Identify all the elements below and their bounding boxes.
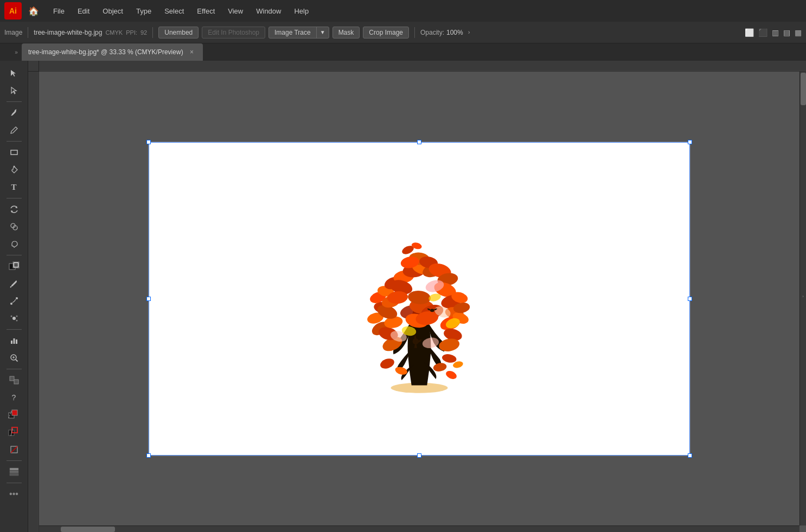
mask-button[interactable]: Mask [332, 27, 360, 39]
none-tool[interactable] [4, 441, 24, 458]
separator-1 [28, 27, 28, 38]
fill-color-tool[interactable] [4, 258, 24, 274]
menu-view[interactable]: View [222, 5, 248, 17]
handle-middle-right[interactable] [688, 297, 692, 301]
svg-line-33 [11, 446, 17, 453]
tab-close-button[interactable]: × [188, 48, 196, 56]
filename-label: tree-image-white-bg.jpg [34, 29, 102, 36]
tab-expand-button[interactable]: » [11, 43, 22, 61]
handle-bottom-center[interactable] [417, 453, 421, 458]
artboard-container [39, 72, 799, 525]
menu-edit[interactable]: Edit [72, 5, 95, 17]
tool-separator-1 [7, 101, 22, 102]
crop-image-button[interactable]: Crop Image [363, 27, 409, 39]
left-toolbar: T [0, 61, 28, 532]
selection-tool[interactable] [4, 65, 24, 81]
rectangle-tool[interactable] [4, 144, 24, 161]
app-logo: Ai [4, 2, 22, 20]
prop-icons-right: ⬜ ⬛ ▥ ▤ ▦ [745, 28, 802, 37]
fill-stroke-small[interactable] [4, 407, 24, 423]
eyedropper-tool[interactable] [4, 275, 24, 292]
collapse-panel-button[interactable]: › [799, 286, 806, 307]
tool-separator-2 [7, 141, 22, 142]
handle-top-center[interactable] [417, 140, 421, 144]
pencil-tool[interactable] [4, 122, 24, 138]
document-tab[interactable]: tree-image-white-bg.jpg* @ 33.33 % (CMYK… [22, 43, 203, 61]
direct-selection-tool[interactable] [4, 82, 24, 99]
svg-rect-27 [12, 410, 17, 415]
svg-point-93 [430, 309, 434, 312]
bottom-scrollbar[interactable] [39, 525, 799, 532]
handle-bottom-right[interactable] [688, 453, 692, 458]
svg-point-43 [445, 369, 458, 380]
question-tool[interactable]: ? [4, 389, 24, 406]
tool-separator-5 [7, 329, 22, 330]
svg-rect-1 [11, 150, 17, 155]
svg-point-42 [433, 362, 447, 372]
svg-point-40 [379, 356, 395, 370]
type-tool[interactable]: T [4, 179, 24, 195]
handle-bottom-left[interactable] [146, 453, 151, 458]
blend-tool[interactable] [4, 293, 24, 309]
svg-rect-36 [10, 473, 18, 476]
unembed-button[interactable]: Unembed [158, 27, 199, 39]
brush-tool[interactable] [4, 105, 24, 121]
ppi-value: 92 [140, 29, 147, 36]
pen-tool[interactable] [4, 162, 24, 178]
home-icon[interactable]: 🏠 [26, 3, 41, 18]
tool-separator-6 [7, 369, 22, 369]
svg-rect-25 [14, 380, 18, 384]
more-tools[interactable]: ••• [4, 486, 24, 502]
handle-top-right[interactable] [688, 140, 692, 144]
menu-object[interactable]: Object [97, 5, 129, 17]
menu-file[interactable]: File [48, 5, 70, 17]
menu-window[interactable]: Window [251, 5, 286, 17]
svg-point-13 [12, 317, 16, 320]
opacity-label: Opacity: [420, 29, 444, 36]
zoom-tool[interactable] [4, 350, 24, 366]
shape-builder-tool[interactable] [4, 219, 24, 235]
svg-point-45 [442, 353, 457, 364]
handle-middle-left[interactable] [146, 297, 151, 301]
align-icon-5[interactable]: ▦ [795, 28, 802, 37]
tool-separator-bottom [7, 460, 22, 461]
align-icon-3[interactable]: ▥ [772, 28, 779, 37]
canvas-area[interactable]: › [28, 61, 806, 532]
svg-rect-17 [11, 341, 12, 344]
separator-3 [414, 27, 415, 38]
svg-line-10 [10, 286, 11, 287]
image-trace-button[interactable]: Image Trace [269, 27, 317, 38]
vertical-scrollbar-thumb[interactable] [801, 73, 806, 105]
lasso-tool[interactable] [4, 236, 24, 252]
main-layout: T [0, 61, 806, 532]
ruler-left [28, 72, 39, 532]
draw-mode-tool[interactable] [4, 372, 24, 388]
layers-tool[interactable] [4, 464, 24, 480]
fill-stroke-alt[interactable] [4, 424, 24, 440]
tab-title: tree-image-white-bg.jpg* @ 33.33 % (CMYK… [28, 48, 183, 56]
image-trace-dropdown-arrow[interactable]: ▼ [317, 28, 329, 37]
handle-top-left[interactable] [146, 140, 151, 144]
align-icon-2[interactable]: ⬛ [758, 28, 767, 37]
menu-select[interactable]: Select [159, 5, 189, 17]
rotate-tool[interactable] [4, 201, 24, 217]
menu-type[interactable]: Type [131, 5, 157, 17]
svg-line-21 [16, 360, 18, 362]
menu-help[interactable]: Help [289, 5, 314, 17]
symbol-tool[interactable] [4, 310, 24, 326]
menu-effect[interactable]: Effect [191, 5, 220, 17]
horizontal-scrollbar-thumb[interactable] [61, 527, 115, 532]
edit-photoshop-button: Edit In Photoshop [202, 27, 265, 39]
opacity-value[interactable]: 100% [446, 29, 466, 36]
align-icon-1[interactable]: ⬜ [745, 28, 754, 37]
opacity-arrow[interactable]: › [468, 29, 470, 35]
svg-rect-19 [16, 339, 17, 344]
align-icon-4[interactable]: ▤ [783, 28, 790, 37]
separator-2 [152, 27, 153, 38]
graph-tool[interactable] [4, 332, 24, 349]
svg-rect-18 [13, 338, 15, 344]
svg-rect-24 [10, 376, 14, 381]
image-section-label: Image [4, 29, 22, 36]
ppi-label: PPI: [126, 29, 137, 36]
tool-separator-4 [7, 255, 22, 255]
